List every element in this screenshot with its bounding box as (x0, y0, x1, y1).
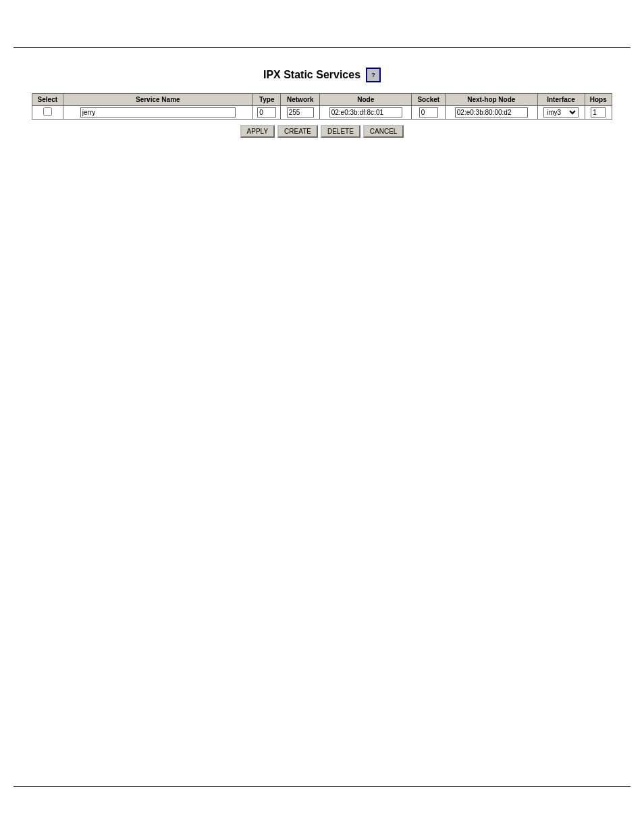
table-row: imy3 imy1 imy2 imy4 (32, 106, 612, 120)
col-type: Type (252, 94, 281, 106)
create-button[interactable]: CREATE (277, 125, 318, 138)
hops-input[interactable] (591, 107, 606, 118)
table-wrapper: Select Service Name Type Network Node So… (32, 93, 612, 138)
col-network: Network (281, 94, 320, 106)
col-socket: Socket (412, 94, 446, 106)
socket-cell (412, 106, 446, 120)
page-title: IPX Static Services (263, 69, 360, 81)
node-input[interactable] (329, 107, 402, 118)
help-icon-label: ? (371, 72, 375, 78)
type-input[interactable] (257, 107, 276, 118)
col-hops: Hops (585, 94, 612, 106)
service-name-input[interactable] (80, 107, 236, 118)
bottom-border (14, 786, 630, 787)
next-hop-node-cell (446, 106, 537, 120)
node-cell (319, 106, 411, 120)
type-cell (252, 106, 281, 120)
next-hop-node-input[interactable] (455, 107, 528, 118)
main-table: Select Service Name Type Network Node So… (32, 93, 612, 120)
apply-button[interactable]: APPLY (240, 125, 275, 138)
service-name-cell (63, 106, 252, 120)
main-content: IPX Static Services ? Select Service Nam… (0, 0, 644, 138)
col-select: Select (32, 94, 63, 106)
network-input[interactable] (287, 107, 314, 118)
help-icon[interactable]: ? (366, 68, 381, 82)
col-service-name: Service Name (63, 94, 252, 106)
interface-cell: imy3 imy1 imy2 imy4 (537, 106, 585, 120)
delete-button[interactable]: DELETE (321, 125, 360, 138)
page-title-area: IPX Static Services ? (263, 68, 381, 82)
top-border (14, 47, 630, 48)
col-node: Node (319, 94, 411, 106)
col-interface: Interface (537, 94, 585, 106)
socket-input[interactable] (419, 107, 438, 118)
interface-select[interactable]: imy3 imy1 imy2 imy4 (543, 107, 579, 118)
col-next-hop-node: Next-hop Node (446, 94, 537, 106)
row-checkbox[interactable] (43, 107, 52, 116)
cancel-button[interactable]: CANCEL (363, 125, 404, 138)
button-row: APPLY CREATE DELETE CANCEL (32, 125, 612, 138)
network-cell (281, 106, 320, 120)
table-header-row: Select Service Name Type Network Node So… (32, 94, 612, 106)
select-cell (32, 106, 63, 120)
hops-cell (585, 106, 612, 120)
